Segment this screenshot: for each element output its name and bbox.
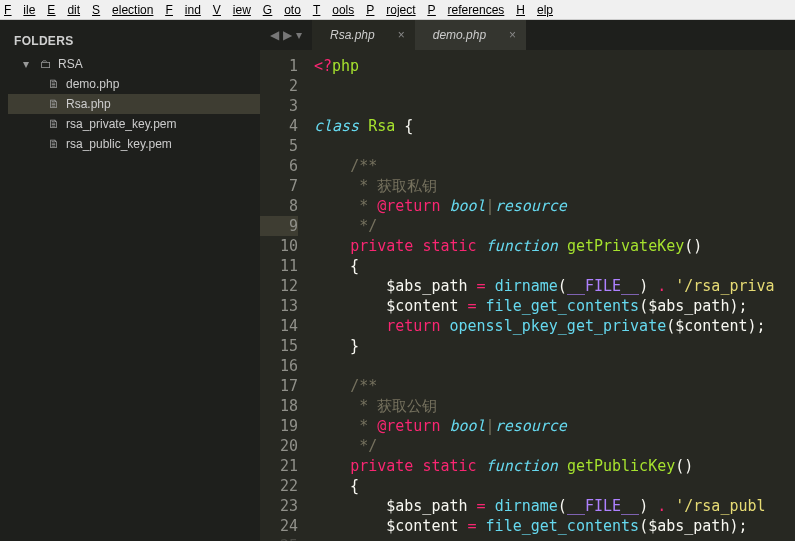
code-line: */: [314, 216, 795, 236]
folders-heading: FOLDERS: [0, 34, 260, 54]
code-line: * @return bool|resource: [314, 196, 795, 216]
tab-label: demo.php: [433, 28, 486, 42]
line-number: 5: [260, 136, 298, 156]
line-number: 16: [260, 356, 298, 376]
code-area[interactable]: 1234567891011121314151617181920212223242…: [260, 50, 795, 541]
line-number: 1: [260, 56, 298, 76]
menu-item-edit[interactable]: Edit: [47, 3, 80, 17]
line-number: 4: [260, 116, 298, 136]
code-line: return openssl_pkey_get_private($content…: [314, 316, 795, 336]
nav-next-icon[interactable]: ▶: [283, 28, 292, 42]
file-row[interactable]: 🗎demo.php: [8, 74, 260, 94]
line-gutter: 1234567891011121314151617181920212223242…: [260, 50, 308, 541]
folder-label: RSA: [58, 57, 83, 71]
code-line: private static function getPrivateKey(): [314, 236, 795, 256]
file-label: demo.php: [66, 77, 119, 91]
menu-item-file[interactable]: File: [4, 3, 35, 17]
menu-item-find[interactable]: Find: [165, 3, 200, 17]
tab-Rsa-php[interactable]: Rsa.php×: [312, 20, 415, 50]
line-number: 2: [260, 76, 298, 96]
file-row[interactable]: 🗎rsa_public_key.pem: [8, 134, 260, 154]
line-number: 3: [260, 96, 298, 116]
code-line: $abs_path = dirname(__FILE__) . '/rsa_pr…: [314, 276, 795, 296]
line-number: 6: [260, 156, 298, 176]
line-number: 19: [260, 416, 298, 436]
line-number: 15: [260, 336, 298, 356]
menu-item-preferences[interactable]: Preferences: [428, 3, 505, 17]
code-line: /**: [314, 156, 795, 176]
line-number: 24: [260, 516, 298, 536]
line-number: 12: [260, 276, 298, 296]
code-line: [314, 96, 795, 116]
menu-item-selection[interactable]: Selection: [92, 3, 153, 17]
line-number: 20: [260, 436, 298, 456]
folder-icon: 🗀: [38, 57, 54, 71]
code-line: {: [314, 476, 795, 496]
line-number: 23: [260, 496, 298, 516]
line-number: 7: [260, 176, 298, 196]
code-line: /**: [314, 376, 795, 396]
file-label: rsa_public_key.pem: [66, 137, 172, 151]
code-line: $content = file_get_contents($abs_path);: [314, 296, 795, 316]
file-icon: 🗎: [46, 117, 62, 131]
code-line: private static function getPublicKey(): [314, 456, 795, 476]
line-number: 9: [260, 216, 298, 236]
code-line: $content = file_get_contents($abs_path);: [314, 516, 795, 536]
code-line: {: [314, 256, 795, 276]
tab-demo-php[interactable]: demo.php×: [415, 20, 526, 50]
file-icon: 🗎: [46, 137, 62, 151]
code-line: [314, 356, 795, 376]
file-icon: 🗎: [46, 77, 62, 91]
menu-item-tools[interactable]: Tools: [313, 3, 354, 17]
code-line: }: [314, 336, 795, 356]
file-row[interactable]: 🗎Rsa.php: [8, 94, 260, 114]
code-line: <?php: [314, 56, 795, 76]
menu-item-project[interactable]: Project: [366, 3, 415, 17]
line-number: 22: [260, 476, 298, 496]
line-number: 8: [260, 196, 298, 216]
tab-nav-arrows: ◀ ▶ ▾: [260, 28, 312, 42]
nav-prev-icon[interactable]: ◀: [270, 28, 279, 42]
close-icon[interactable]: ×: [509, 28, 516, 42]
code-line: * 获取私钥: [314, 176, 795, 196]
code-line: * 获取公钥: [314, 396, 795, 416]
menu-item-help[interactable]: Help: [516, 3, 553, 17]
tab-strip: ◀ ▶ ▾ Rsa.php×demo.php×: [260, 20, 795, 50]
file-icon: 🗎: [46, 97, 62, 111]
sidebar: FOLDERS ▾🗀RSA🗎demo.php🗎Rsa.php🗎rsa_priva…: [0, 20, 260, 541]
code-line: $abs_path = dirname(__FILE__) . '/rsa_pu…: [314, 496, 795, 516]
line-number: 17: [260, 376, 298, 396]
line-number: 10: [260, 236, 298, 256]
folder-expand-icon: ▾: [18, 57, 34, 71]
line-number: 13: [260, 296, 298, 316]
line-number: 25: [260, 536, 298, 541]
file-row[interactable]: 🗎rsa_private_key.pem: [8, 114, 260, 134]
file-label: rsa_private_key.pem: [66, 117, 177, 131]
menu-bar: FileEditSelectionFindViewGotoToolsProjec…: [0, 0, 795, 20]
line-number: 21: [260, 456, 298, 476]
line-number: 18: [260, 396, 298, 416]
line-number: 14: [260, 316, 298, 336]
tab-label: Rsa.php: [330, 28, 375, 42]
editor-pane: ◀ ▶ ▾ Rsa.php×demo.php× 1234567891011121…: [260, 20, 795, 541]
code-line: */: [314, 436, 795, 456]
file-tree: ▾🗀RSA🗎demo.php🗎Rsa.php🗎rsa_private_key.p…: [0, 54, 260, 154]
folder-row[interactable]: ▾🗀RSA: [8, 54, 260, 74]
code-line: [314, 536, 795, 541]
menu-item-view[interactable]: View: [213, 3, 251, 17]
code-line: [314, 76, 795, 96]
code-line: [314, 136, 795, 156]
code-text[interactable]: <?phpclass Rsa { /** * 获取私钥 * @return bo…: [308, 50, 795, 541]
file-label: Rsa.php: [66, 97, 111, 111]
nav-menu-icon[interactable]: ▾: [296, 28, 302, 42]
menu-item-goto[interactable]: Goto: [263, 3, 301, 17]
close-icon[interactable]: ×: [398, 28, 405, 42]
code-line: class Rsa {: [314, 116, 795, 136]
line-number: 11: [260, 256, 298, 276]
code-line: * @return bool|resource: [314, 416, 795, 436]
